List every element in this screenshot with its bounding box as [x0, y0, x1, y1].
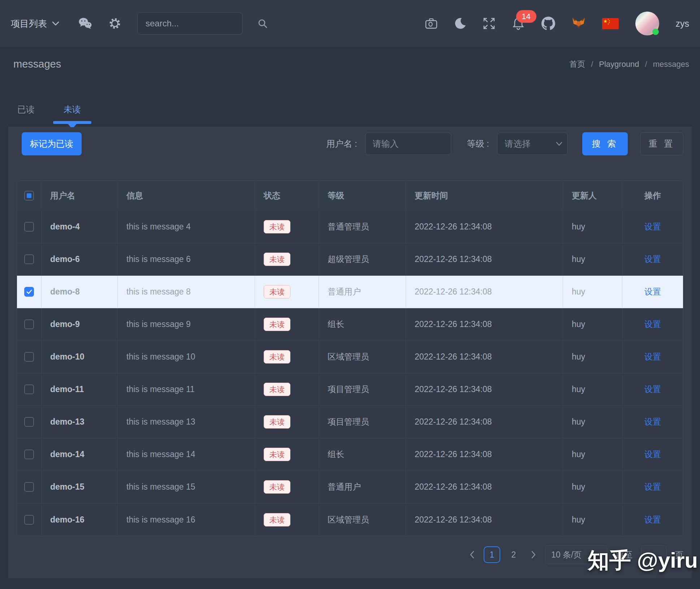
row-updater: huy — [572, 352, 585, 362]
row-settings-link[interactable]: 设置 — [644, 221, 661, 232]
status-badge: 未读 — [264, 448, 290, 461]
reset-button[interactable]: 重 置 — [640, 132, 683, 155]
page-header: messages 首页 / Playground / messages — [0, 47, 700, 81]
row-settings-link[interactable]: 设置 — [644, 319, 661, 330]
row-message: this is message 8 — [126, 287, 191, 297]
row-username: demo-15 — [50, 482, 85, 492]
row-settings-link[interactable]: 设置 — [644, 351, 661, 362]
header-actions: 操作 — [622, 181, 683, 211]
page-numbers: 12 — [484, 546, 522, 563]
table-row: demo-10 this is message 10 未读 区域管理员 2022… — [17, 341, 683, 373]
watermark: 知乎 @yiru — [588, 546, 698, 575]
china-flag-icon[interactable] — [602, 18, 619, 29]
row-checkbox[interactable] — [24, 352, 34, 362]
row-username: demo-6 — [50, 254, 80, 264]
row-updated-time: 2022-12-26 12:34:08 — [415, 515, 492, 525]
row-checkbox[interactable] — [24, 254, 34, 264]
header-status: 状态 — [255, 181, 319, 211]
breadcrumb-playground[interactable]: Playground — [599, 60, 639, 69]
content-panel: 标记为已读 用户名 : 等级 : 请选择 搜 索 重 置 用户名 信息 状态 等… — [8, 127, 692, 578]
table-header-row: 用户名 信息 状态 等级 更新时间 更新人 操作 — [17, 181, 683, 211]
header-username: 用户名 — [42, 181, 118, 211]
header-updater: 更新人 — [563, 181, 622, 211]
page-number-2[interactable]: 2 — [505, 546, 522, 563]
row-message: this is message 11 — [126, 384, 195, 394]
project-list-dropdown[interactable]: 项目列表 — [11, 18, 59, 30]
row-checkbox[interactable] — [24, 384, 34, 394]
breadcrumb-separator: / — [645, 60, 647, 69]
moon-icon[interactable] — [454, 17, 466, 30]
status-badge: 未读 — [264, 253, 290, 266]
row-message: this is message 4 — [126, 222, 191, 232]
row-settings-link[interactable]: 设置 — [644, 384, 661, 395]
status-badge: 未读 — [264, 318, 290, 331]
status-badge: 未读 — [264, 415, 290, 429]
fullscreen-icon[interactable] — [483, 17, 495, 30]
notifications-button[interactable]: 14 — [512, 17, 525, 30]
gear-icon[interactable] — [108, 17, 121, 30]
next-page-button[interactable] — [531, 550, 536, 559]
chevron-down-icon — [556, 142, 562, 146]
row-settings-link[interactable]: 设置 — [644, 254, 661, 265]
breadcrumb-separator: / — [591, 60, 593, 69]
search-input[interactable] — [146, 18, 258, 29]
select-all-checkbox[interactable] — [24, 191, 34, 201]
navbar-search — [137, 12, 243, 35]
row-checkbox[interactable] — [24, 450, 34, 459]
table-row: demo-11 this is message 11 未读 项目管理员 2022… — [17, 373, 683, 406]
row-updater: huy — [572, 254, 585, 264]
message-tabs: 已读 未读 — [8, 92, 692, 127]
row-level: 项目管理员 — [328, 416, 369, 427]
table-row: demo-13 this is message 13 未读 项目管理员 2022… — [17, 406, 683, 438]
navbar-username: zys — [676, 18, 690, 29]
row-checkbox[interactable] — [24, 515, 34, 525]
status-badge: 未读 — [264, 383, 290, 396]
row-level: 组长 — [328, 449, 344, 460]
status-badge: 未读 — [264, 350, 290, 364]
search-button[interactable]: 搜 索 — [582, 132, 628, 155]
row-settings-link[interactable]: 设置 — [644, 481, 661, 493]
row-checkbox[interactable] — [24, 319, 34, 329]
level-filter-select[interactable]: 请选择 — [497, 133, 568, 155]
row-message: this is message 16 — [126, 515, 195, 525]
level-filter-label: 等级 : — [467, 138, 489, 150]
row-level: 区域管理员 — [328, 514, 369, 525]
row-checkbox[interactable] — [24, 417, 34, 427]
row-level: 区域管理员 — [328, 351, 369, 362]
tab-read[interactable]: 已读 — [17, 100, 35, 119]
row-updated-time: 2022-12-26 12:34:08 — [415, 352, 492, 362]
wechat-icon[interactable] — [78, 17, 92, 30]
row-checkbox[interactable] — [24, 287, 34, 297]
row-updated-time: 2022-12-26 12:34:08 — [415, 222, 492, 232]
tab-unread[interactable]: 未读 — [64, 100, 81, 119]
row-updated-time: 2022-12-26 12:34:08 — [415, 287, 492, 297]
metamask-fox-icon[interactable] — [572, 17, 586, 30]
table-row: demo-16 this is message 16 未读 区域管理员 2022… — [17, 503, 683, 536]
breadcrumb-home[interactable]: 首页 — [569, 59, 585, 70]
row-settings-link[interactable]: 设置 — [644, 449, 661, 460]
row-updated-time: 2022-12-26 12:34:08 — [415, 384, 492, 394]
row-settings-link[interactable]: 设置 — [644, 416, 661, 427]
top-navbar: 项目列表 — [0, 0, 700, 47]
row-username: demo-14 — [50, 450, 85, 459]
row-settings-link[interactable]: 设置 — [644, 286, 661, 297]
avatar[interactable] — [635, 12, 659, 35]
username-filter-input[interactable] — [365, 133, 451, 155]
row-settings-link[interactable]: 设置 — [644, 514, 661, 525]
row-message: this is message 14 — [126, 450, 195, 459]
row-updater: huy — [572, 482, 585, 492]
github-icon[interactable] — [541, 17, 555, 30]
table-row: demo-15 this is message 15 未读 普通用户 2022-… — [17, 471, 683, 503]
row-updated-time: 2022-12-26 12:34:08 — [415, 417, 492, 427]
table-body: demo-4 this is message 4 未读 普通管理员 2022-1… — [17, 211, 683, 536]
row-username: demo-9 — [50, 319, 80, 329]
search-icon[interactable] — [258, 18, 268, 29]
header-message: 信息 — [118, 181, 255, 211]
row-checkbox[interactable] — [24, 222, 34, 232]
prev-page-button[interactable] — [469, 550, 475, 559]
row-username: demo-8 — [50, 287, 80, 297]
camera-icon[interactable] — [425, 18, 437, 29]
row-checkbox[interactable] — [24, 482, 34, 492]
mark-as-read-button[interactable]: 标记为已读 — [22, 132, 82, 155]
page-number-1[interactable]: 1 — [484, 546, 500, 563]
